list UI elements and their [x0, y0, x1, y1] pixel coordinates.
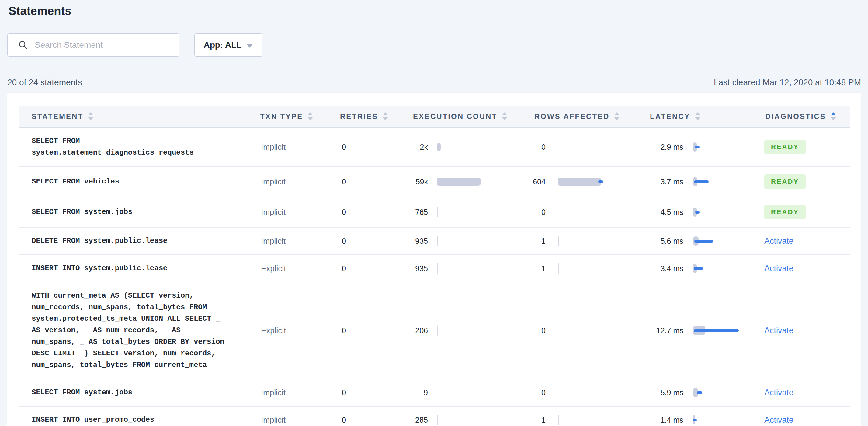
statement-text[interactable]: INSERT INTO user_promo_codes	[19, 414, 154, 426]
latency-value: 12.7 ms	[645, 326, 683, 335]
retries-cell: 0	[332, 237, 378, 246]
latency-bar	[693, 325, 755, 336]
sort-asc-icon	[502, 112, 507, 115]
statement-row: SELECT FROM system.jobs Implicit 0 9 0 5…	[19, 379, 850, 406]
statement-text[interactable]: SELECT FROM system.jobs	[19, 387, 132, 398]
execution-count-cell: 285	[378, 415, 524, 425]
activate-link[interactable]: Activate	[764, 237, 794, 246]
latency-bar	[693, 415, 755, 425]
retries-cell: 0	[332, 208, 378, 217]
sort-asc-icon	[695, 112, 700, 115]
column-header-statement[interactable]: STATEMENT	[19, 105, 253, 127]
latency-value: 5.6 ms	[645, 237, 683, 246]
execution-count-value: 765	[378, 208, 428, 217]
statement-text[interactable]: WITH current_meta AS (SELECT version, nu…	[19, 290, 224, 371]
latency-value: 1.4 ms	[645, 416, 683, 424]
statement-row: SELECT FROM system.jobs Implicit 0 765 0…	[19, 197, 850, 227]
activate-link[interactable]: Activate	[764, 388, 794, 397]
statement-text[interactable]: DELETE FROM system.public.lease	[19, 235, 167, 247]
rows-affected-bar	[558, 415, 559, 425]
txn-type-cell: Implicit	[253, 388, 332, 397]
rows-affected-value: 604	[524, 177, 546, 186]
retries-value: 0	[332, 388, 346, 397]
execution-count-value: 9	[378, 388, 428, 397]
diagnostics-cell: Activate	[755, 326, 850, 335]
latency-mean-bar	[694, 329, 739, 332]
diagnostics-cell: Activate	[755, 415, 850, 425]
ready-badge[interactable]: READY	[764, 205, 806, 219]
rows-affected-cell: 0	[524, 143, 645, 152]
statement-text[interactable]: SELECT FROM system.statement_diagnostics…	[19, 135, 194, 158]
rows-affected-cell: 1	[524, 415, 645, 425]
rows-affected-cell: 0	[524, 208, 645, 217]
execution-count-cell: 206	[378, 325, 524, 336]
execution-count-bar	[437, 207, 438, 217]
rows-affected-value: 1	[524, 416, 546, 424]
latency-bar	[693, 236, 755, 246]
rows-affected-cell: 0	[524, 388, 645, 397]
sort-asc-icon	[614, 112, 619, 115]
execution-count-cell: 935	[378, 236, 524, 246]
chevron-down-icon	[246, 44, 253, 48]
diagnostics-cell: Activate	[755, 388, 850, 397]
last-cleared-text: Last cleared Mar 12, 2020 at 10:48 PM	[714, 77, 861, 88]
sort-desc-icon	[695, 118, 700, 121]
rows-affected-value: 0	[524, 143, 546, 152]
results-count: 20 of 24 statements	[7, 77, 82, 88]
sort-icons	[614, 112, 619, 121]
sort-icons	[831, 112, 836, 121]
latency-mean-bar	[693, 419, 697, 421]
latency-cell: 5.9 ms	[645, 387, 755, 398]
column-header-latency[interactable]: LATENCY	[645, 105, 755, 127]
column-header-rows-affected[interactable]: ROWS AFFECTED	[524, 105, 645, 127]
retries-cell: 0	[332, 177, 378, 186]
latency-mean-bar	[697, 391, 702, 394]
retries-value: 0	[332, 208, 346, 217]
table-header-row: STATEMENT TXN TYPE RETRIES EXECUTION COU…	[19, 105, 850, 128]
execution-count-value: 285	[378, 416, 428, 424]
statement-text[interactable]: SELECT FROM system.jobs	[19, 206, 132, 218]
txn-type-value: Implicit	[253, 415, 286, 425]
statement-text[interactable]: INSERT INTO system.public.lease	[19, 263, 167, 274]
execution-count-bar	[437, 143, 441, 151]
search-box[interactable]	[7, 33, 180, 57]
info-row: 20 of 24 statements Last cleared Mar 12,…	[7, 77, 861, 88]
column-header-diagnostics[interactable]: DIAGNOSTICS	[755, 105, 850, 127]
diagnostics-cell: READY	[755, 205, 850, 219]
diagnostics-cell: Activate	[755, 264, 850, 273]
search-icon	[18, 40, 28, 50]
app-filter-button[interactable]: App: ALL	[194, 33, 262, 57]
search-input[interactable]	[35, 40, 173, 50]
column-header-retries[interactable]: RETRIES	[332, 105, 378, 127]
execution-count-cell: 935	[378, 263, 524, 274]
sort-desc-icon	[308, 118, 313, 121]
rows-affected-value: 1	[524, 264, 546, 273]
statement-cell: SELECT FROM system.statement_diagnostics…	[19, 135, 253, 158]
diagnostics-cell: Activate	[755, 237, 850, 246]
txn-type-cell: Implicit	[253, 415, 332, 425]
latency-mean-bar	[695, 146, 700, 149]
activate-link[interactable]: Activate	[764, 415, 794, 425]
ready-badge[interactable]: READY	[764, 140, 806, 154]
txn-type-cell: Explicit	[253, 264, 332, 273]
rows-affected-cell: 604	[524, 177, 645, 186]
txn-type-cell: Implicit	[253, 237, 332, 246]
txn-type-value: Implicit	[253, 208, 286, 217]
column-header-execution-count[interactable]: EXECUTION COUNT	[378, 105, 524, 127]
rows-affected-bar	[558, 263, 559, 274]
column-header-label: DIAGNOSTICS	[765, 112, 826, 121]
column-header-label: ROWS AFFECTED	[534, 112, 610, 121]
rows-affected-value: 0	[524, 326, 546, 335]
retries-cell: 0	[332, 388, 378, 397]
statement-text[interactable]: SELECT FROM vehicles	[19, 176, 119, 187]
app-filter-label: App: ALL	[204, 40, 242, 50]
execution-count-value: 935	[378, 264, 428, 273]
latency-mean-bar	[694, 267, 703, 270]
column-header-txn-type[interactable]: TXN TYPE	[253, 105, 332, 127]
rows-affected-value: 0	[524, 388, 546, 397]
latency-cell: 5.6 ms	[645, 236, 755, 246]
activate-link[interactable]: Activate	[764, 326, 794, 335]
ready-badge[interactable]: READY	[764, 174, 806, 189]
activate-link[interactable]: Activate	[764, 264, 794, 273]
rows-affected-value: 0	[524, 208, 546, 217]
